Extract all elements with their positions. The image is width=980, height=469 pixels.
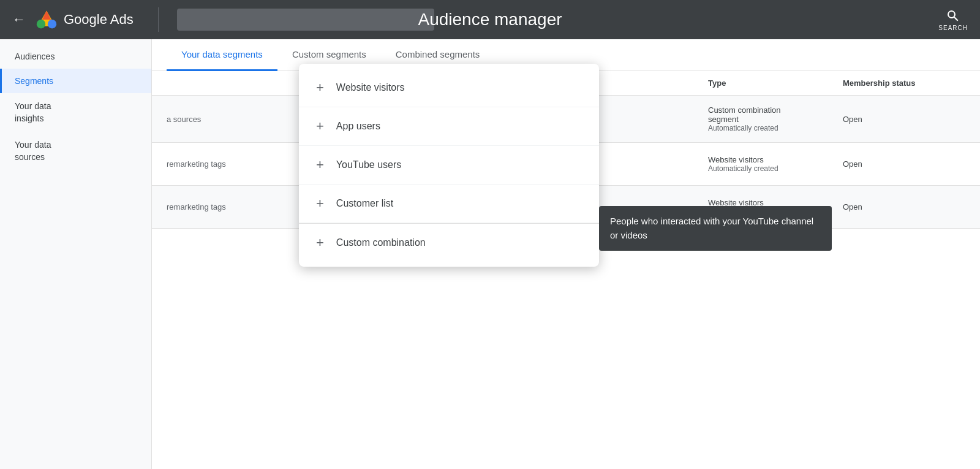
plus-icon: + <box>316 158 324 172</box>
add-segment-dropdown: + Website visitors + App users + YouTube… <box>299 64 599 267</box>
dropdown-item-label: App users <box>336 121 380 132</box>
svg-point-1 <box>48 20 56 28</box>
plus-icon: + <box>316 197 324 210</box>
dropdown-item-label: Customer list <box>336 198 393 209</box>
main-layout: Audiences Segments Your datainsights You… <box>0 39 980 469</box>
app-logo: Google Ads <box>36 9 134 31</box>
sidebar-item-segments[interactable]: Segments <box>0 69 151 93</box>
plus-icon: + <box>316 120 324 133</box>
sidebar-item-your-data-sources[interactable]: Your datasources <box>0 132 151 170</box>
dropdown-item-youtube-users[interactable]: + YouTube users <box>299 146 599 185</box>
row-type: Website visitors Automatically created <box>708 155 843 173</box>
plus-icon: + <box>316 236 324 250</box>
header-divider <box>158 7 159 32</box>
dropdown-item-customer-list[interactable]: + Customer list <box>299 185 599 223</box>
row-type: Custom combinationsegment Automatically … <box>708 105 843 132</box>
back-button[interactable]: ← <box>12 12 26 28</box>
search-icon <box>946 9 960 23</box>
google-ads-logo-icon <box>36 9 58 31</box>
plus-icon: + <box>316 81 324 94</box>
row-type: Website visitors Automatically created <box>708 198 843 216</box>
row-status: Open <box>843 115 965 124</box>
content-area: Your data segments Custom segments Combi… <box>152 39 980 469</box>
dropdown-item-custom-combination[interactable]: + Custom combination <box>299 223 599 262</box>
app-header: ← Google Ads Audience manager SEARCH <box>0 0 980 39</box>
dropdown-item-app-users[interactable]: + App users <box>299 107 599 146</box>
dropdown-item-label: Website visitors <box>336 82 405 93</box>
dropdown-item-website-visitors[interactable]: + Website visitors <box>299 69 599 107</box>
col-status: Membership status <box>843 78 965 88</box>
row-status: Open <box>843 159 965 169</box>
dropdown-item-label: YouTube users <box>336 159 401 170</box>
svg-point-2 <box>37 20 45 28</box>
col-type: Type <box>708 78 843 88</box>
search-label: SEARCH <box>938 25 968 31</box>
app-name: Google Ads <box>64 12 134 28</box>
page-title: Audience manager <box>418 10 562 29</box>
sidebar-item-your-data-insights[interactable]: Your datainsights <box>0 93 151 132</box>
sidebar: Audiences Segments Your datainsights You… <box>0 39 152 469</box>
campaign-search-box[interactable] <box>177 9 434 31</box>
svg-marker-3 <box>42 11 51 20</box>
search-button[interactable]: SEARCH <box>938 9 968 31</box>
tab-your-data-segments[interactable]: Your data segments <box>167 39 277 71</box>
dropdown-item-label: Custom combination <box>336 237 426 248</box>
sidebar-item-audiences[interactable]: Audiences <box>0 44 151 69</box>
row-status: Open <box>843 202 965 212</box>
